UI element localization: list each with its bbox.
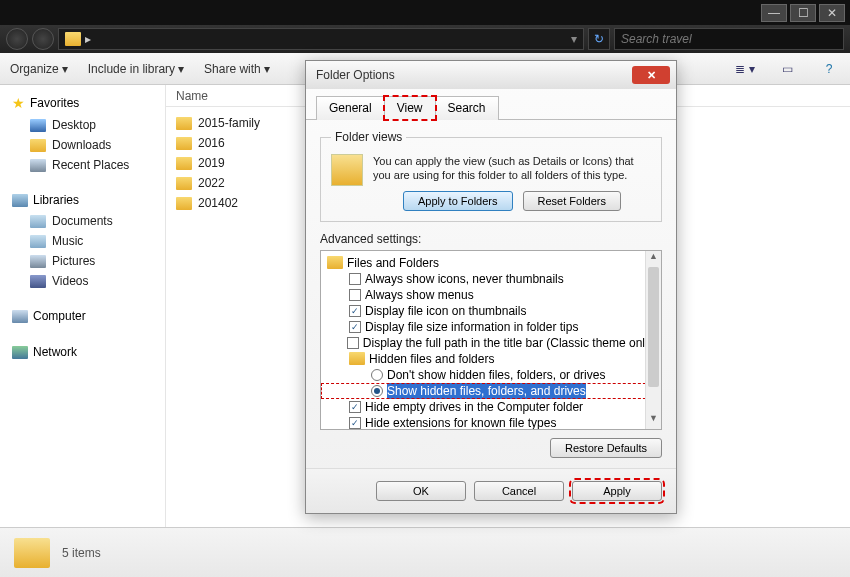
- tree-item[interactable]: Hidden files and folders: [321, 351, 661, 367]
- folder-options-dialog: Folder Options ✕ General View Search Fol…: [305, 60, 677, 514]
- tree-item-label: Show hidden files, folders, and drives: [387, 383, 586, 399]
- organize-menu[interactable]: Organize ▾: [10, 62, 68, 76]
- tab-search[interactable]: Search: [435, 96, 499, 120]
- checkbox[interactable]: [349, 273, 361, 285]
- folder-views-legend: Folder views: [331, 130, 406, 144]
- computer-icon: [12, 310, 28, 323]
- sidebar-item-pictures[interactable]: Pictures: [0, 251, 165, 271]
- preview-pane-button[interactable]: ▭: [776, 59, 798, 79]
- reset-folders-button[interactable]: Reset Folders: [523, 191, 621, 211]
- status-bar: 5 items: [0, 527, 850, 577]
- folder-icon: [176, 197, 192, 210]
- apply-button[interactable]: Apply: [572, 481, 662, 501]
- folder-icon: [176, 137, 192, 150]
- minimize-button[interactable]: —: [761, 4, 787, 22]
- maximize-button[interactable]: ☐: [790, 4, 816, 22]
- search-input[interactable]: Search travel: [614, 28, 844, 50]
- checkbox[interactable]: ✓: [349, 305, 361, 317]
- dropdown-icon: ▾: [62, 62, 68, 76]
- folder-icon: [176, 177, 192, 190]
- tree-item-label: Always show icons, never thumbnails: [365, 271, 564, 287]
- checkbox[interactable]: ✓: [349, 417, 361, 429]
- refresh-button[interactable]: ↻: [588, 28, 610, 50]
- restore-defaults-button[interactable]: Restore Defaults: [550, 438, 662, 458]
- window-titlebar: — ☐ ✕: [0, 0, 850, 25]
- include-menu[interactable]: Include in library ▾: [88, 62, 184, 76]
- tree-item[interactable]: Always show menus: [321, 287, 661, 303]
- advanced-settings-tree[interactable]: Files and Folders Always show icons, nev…: [320, 250, 662, 430]
- checkbox[interactable]: ✓: [349, 321, 361, 333]
- radio[interactable]: [371, 385, 383, 397]
- item-label: Videos: [52, 274, 88, 288]
- sidebar-item-desktop[interactable]: Desktop: [0, 115, 165, 135]
- dialog-close-button[interactable]: ✕: [632, 66, 670, 84]
- tree-item[interactable]: Always show icons, never thumbnails: [321, 271, 661, 287]
- folder-icon: [65, 32, 81, 46]
- dropdown-icon: ▾: [264, 62, 270, 76]
- apply-to-folders-button[interactable]: Apply to Folders: [403, 191, 512, 211]
- address-path[interactable]: ▸ ▾: [58, 28, 584, 50]
- checkbox[interactable]: ✓: [349, 401, 361, 413]
- help-button[interactable]: ?: [818, 59, 840, 79]
- tab-view[interactable]: View: [384, 96, 436, 120]
- favorites-group[interactable]: ★ Favorites: [0, 91, 165, 115]
- dialog-footer: OK Cancel Apply: [306, 468, 676, 513]
- favorites-label: Favorites: [30, 96, 79, 110]
- tree-item[interactable]: ✓Display file icon on thumbnails: [321, 303, 661, 319]
- checkbox[interactable]: [349, 289, 361, 301]
- tree-item-label: Hidden files and folders: [369, 351, 494, 367]
- item-icon: [30, 159, 46, 172]
- item-icon: [30, 255, 46, 268]
- checkbox[interactable]: [347, 337, 359, 349]
- folder-icon: [176, 157, 192, 170]
- address-bar: ▸ ▾ ↻ Search travel: [0, 25, 850, 53]
- tree-item[interactable]: ✓Display file size information in folder…: [321, 319, 661, 335]
- breadcrumb-arrow: ▸: [85, 32, 91, 46]
- libraries-group[interactable]: Libraries: [0, 189, 165, 211]
- tree-item[interactable]: ✓Hide empty drives in the Computer folde…: [321, 399, 661, 415]
- folder-icon: [176, 117, 192, 130]
- folder-name: 2015-family: [198, 116, 260, 130]
- tree-item[interactable]: Don't show hidden files, folders, or dri…: [321, 367, 661, 383]
- close-button[interactable]: ✕: [819, 4, 845, 22]
- sidebar-item-documents[interactable]: Documents: [0, 211, 165, 231]
- folder-icon: [349, 352, 365, 365]
- tree-item[interactable]: Show hidden files, folders, and drives: [321, 383, 661, 399]
- item-icon: [30, 139, 46, 152]
- advanced-settings-label: Advanced settings:: [320, 232, 662, 246]
- tree-item[interactable]: Display the full path in the title bar (…: [321, 335, 661, 351]
- dropdown-icon[interactable]: ▾: [571, 32, 577, 46]
- sidebar-item-music[interactable]: Music: [0, 231, 165, 251]
- radio[interactable]: [371, 369, 383, 381]
- tree-item-label: Hide extensions for known file types: [365, 415, 556, 430]
- sidebar-item-downloads[interactable]: Downloads: [0, 135, 165, 155]
- cancel-button[interactable]: Cancel: [474, 481, 564, 501]
- tree-item-label: Display the full path in the title bar (…: [363, 335, 655, 351]
- sidebar-item-recent-places[interactable]: Recent Places: [0, 155, 165, 175]
- item-label: Recent Places: [52, 158, 129, 172]
- tab-general[interactable]: General: [316, 96, 385, 120]
- scroll-up-icon[interactable]: ▲: [646, 251, 661, 267]
- tree-item-label: Display file size information in folder …: [365, 319, 578, 335]
- computer-group[interactable]: Computer: [0, 305, 165, 327]
- scrollbar[interactable]: ▲ ▼: [645, 251, 661, 429]
- back-button[interactable]: [6, 28, 28, 50]
- view-options-button[interactable]: ≣ ▾: [734, 59, 756, 79]
- forward-button[interactable]: [32, 28, 54, 50]
- scroll-thumb[interactable]: [648, 267, 659, 387]
- folder-name: 2016: [198, 136, 225, 150]
- tree-item[interactable]: ✓Hide extensions for known file types: [321, 415, 661, 430]
- folder-name: 2019: [198, 156, 225, 170]
- folder-views-text: You can apply the view (such as Details …: [373, 154, 651, 183]
- folder-views-fieldset: Folder views You can apply the view (suc…: [320, 130, 662, 222]
- folder-name: 2022: [198, 176, 225, 190]
- status-text: 5 items: [62, 546, 101, 560]
- item-icon: [30, 275, 46, 288]
- share-menu[interactable]: Share with ▾: [204, 62, 270, 76]
- dialog-tabs: General View Search: [306, 89, 676, 120]
- ok-button[interactable]: OK: [376, 481, 466, 501]
- dialog-body: Folder views You can apply the view (suc…: [306, 120, 676, 468]
- network-group[interactable]: Network: [0, 341, 165, 363]
- sidebar-item-videos[interactable]: Videos: [0, 271, 165, 291]
- scroll-down-icon[interactable]: ▼: [646, 413, 661, 429]
